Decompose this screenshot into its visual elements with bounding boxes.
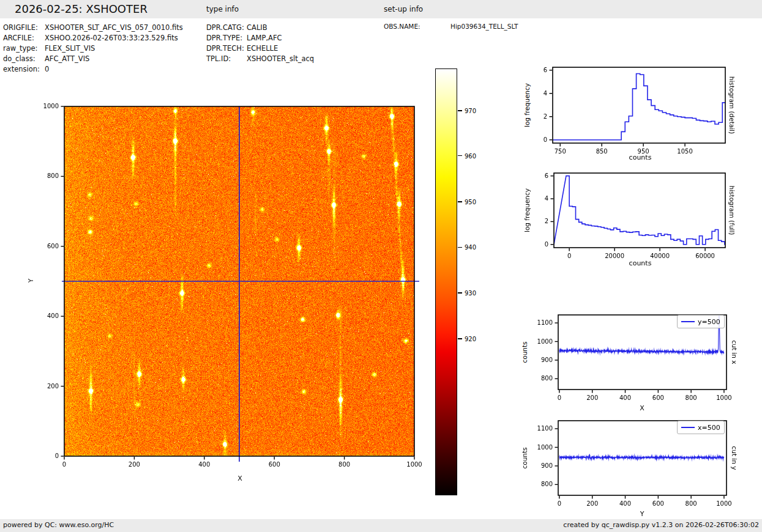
info-value: XSHOOTER_slt_acq xyxy=(247,54,314,63)
hist-detail-ylabel: log frequency xyxy=(523,83,531,127)
info-row: DPR.TECH:ECHELLE xyxy=(206,43,314,54)
hist-full-side-label: histogram (full) xyxy=(728,186,736,235)
cut-x-ylabel: counts xyxy=(521,341,528,363)
info-label: DPR.CATG: xyxy=(206,23,247,33)
info-value: 0 xyxy=(45,65,49,73)
colorbar xyxy=(435,68,457,495)
info-label: ORIGFILE: xyxy=(3,23,45,33)
legend-line-sample xyxy=(681,427,695,429)
qc-report-page: 2026-02-25: XSHOOTER type info set-up in… xyxy=(0,0,762,532)
info-label: do_class: xyxy=(3,54,45,64)
info-label: TPL.ID: xyxy=(206,54,247,64)
info-value: XSHOOTER_SLT_AFC_VIS_057_0010.fits xyxy=(45,23,183,32)
page-title: 2026-02-25: XSHOOTER xyxy=(15,2,148,15)
histogram-full-canvas xyxy=(536,167,733,271)
colorbar-tick-label: 920 xyxy=(465,335,476,342)
info-label: ARCFILE: xyxy=(3,33,45,43)
info-row: ORIGFILE:XSHOOTER_SLT_AFC_VIS_057_0010.f… xyxy=(3,23,183,33)
detector-image-canvas xyxy=(24,92,428,486)
colorbar-tickmark xyxy=(458,247,462,248)
main-yaxis-label: Y xyxy=(27,279,34,283)
colorbar-tick-label: 960 xyxy=(465,152,476,159)
info-value: XSHOO.2026-02-26T03:33:23.529.fits xyxy=(45,34,178,42)
type-info-heading: type info xyxy=(206,5,239,13)
hist-detail-xlabel: counts xyxy=(629,153,652,161)
setup-info-block: OBS.NAME:Hip039634_TELL_SLT xyxy=(384,21,518,32)
colorbar-tickmark xyxy=(458,201,462,202)
cut-y-side-label: cut in y xyxy=(731,446,738,470)
info-row: do_class:AFC_ATT_VIS xyxy=(3,54,183,64)
footer-right-text: created by qc_rawdisp.py v1.2.3 on 2026-… xyxy=(563,521,759,529)
info-row: OBS.NAME:Hip039634_TELL_SLT xyxy=(384,21,518,32)
cut-x-xlabel: X xyxy=(640,404,644,412)
info-label: extension: xyxy=(3,64,45,75)
cut-x-side-label: cut in x xyxy=(731,340,738,364)
info-label: OBS.NAME: xyxy=(384,21,450,32)
main-xaxis-label: X xyxy=(237,475,242,482)
colorbar-tickmark xyxy=(458,155,462,157)
header-bar: 2026-02-25: XSHOOTER type info set-up in… xyxy=(0,0,762,18)
colorbar-tickmark xyxy=(458,110,462,111)
info-row: DPR.CATG:CALIB xyxy=(206,23,314,33)
legend-line-sample xyxy=(681,321,695,323)
setup-info-heading: set-up info xyxy=(384,5,423,13)
colorbar-tick-label: 970 xyxy=(465,107,476,114)
info-value: AFC_ATT_VIS xyxy=(45,54,89,63)
cut-y-legend: x=500 xyxy=(677,421,725,434)
footer-left-text: powered by QC: www.eso.org/HC xyxy=(3,521,114,529)
colorbar-tickmark xyxy=(458,292,462,294)
info-value: LAMP,AFC xyxy=(247,34,282,42)
hist-full-xlabel: counts xyxy=(629,259,652,267)
type-info-block: DPR.CATG:CALIB DPR.TYPE:LAMP,AFC DPR.TEC… xyxy=(206,23,314,64)
cut-y-ylabel: counts xyxy=(521,447,528,468)
legend-label: y=500 xyxy=(698,318,720,326)
hist-full-ylabel: log frequency xyxy=(523,188,531,232)
cut-x-legend: y=500 xyxy=(677,315,725,328)
cut-y-xlabel: Y xyxy=(640,510,644,518)
info-value: Hip039634_TELL_SLT xyxy=(450,23,518,30)
colorbar-tick-label: 930 xyxy=(465,289,476,296)
info-row: ARCFILE:XSHOO.2026-02-26T03:33:23.529.fi… xyxy=(3,33,183,43)
footer-bar: powered by QC: www.eso.org/HC created by… xyxy=(0,519,762,532)
colorbar-tick-label: 950 xyxy=(465,198,476,205)
info-value: FLEX_SLIT_VIS xyxy=(45,44,95,53)
info-value: ECHELLE xyxy=(247,44,278,53)
info-row: extension:0 xyxy=(3,64,183,75)
colorbar-tickmark xyxy=(458,338,462,339)
file-info-block: ORIGFILE:XSHOOTER_SLT_AFC_VIS_057_0010.f… xyxy=(3,23,183,75)
info-row: raw_type:FLEX_SLIT_VIS xyxy=(3,43,183,54)
info-value: CALIB xyxy=(247,23,267,32)
legend-label: x=500 xyxy=(698,424,720,432)
info-label: DPR.TYPE: xyxy=(206,33,247,43)
info-row: DPR.TYPE:LAMP,AFC xyxy=(206,33,314,43)
info-label: DPR.TECH: xyxy=(206,43,247,54)
info-row: TPL.ID:XSHOOTER_slt_acq xyxy=(206,54,314,64)
hist-detail-side-label: histogram (detail) xyxy=(728,76,736,134)
info-label: raw_type: xyxy=(3,43,45,54)
histogram-detail-canvas xyxy=(536,61,733,165)
colorbar-tick-label: 940 xyxy=(465,244,476,251)
